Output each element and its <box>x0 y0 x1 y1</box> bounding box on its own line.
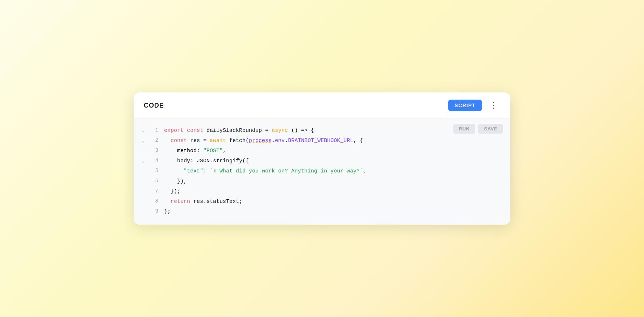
line-number-3: 3 <box>148 146 158 155</box>
code-editor[interactable]: ⌄ 1 export const dailySlackRoundup = asy… <box>134 126 510 217</box>
line-content-8: return res.statusText; <box>164 197 505 207</box>
chevron-icon-5 <box>139 167 147 168</box>
chevron-icon-7 <box>139 187 147 189</box>
code-panel: RUN SAVE ⌄ 1 export const dailySlackRoun… <box>134 119 510 225</box>
line-number-1: 1 <box>148 126 158 135</box>
code-line-9: 9 }; <box>134 207 510 217</box>
line-content-3: method: "POST", <box>164 146 505 156</box>
code-line-7: 7 }); <box>134 187 510 197</box>
line-content-2: const res = await fetch(process.env.BRAI… <box>164 136 505 146</box>
card-title: CODE <box>144 102 164 109</box>
chevron-icon-4: ⌄ <box>139 157 147 165</box>
code-toolbar: RUN SAVE <box>453 124 503 134</box>
more-options-button[interactable]: ⋮ <box>486 100 500 111</box>
code-line-8: 8 return res.statusText; <box>134 197 510 207</box>
chevron-icon-1: ⌄ <box>139 126 147 135</box>
more-dots-icon: ⋮ <box>489 101 497 109</box>
line-number-5: 5 <box>148 167 158 175</box>
line-content-7: }); <box>164 187 505 196</box>
code-line-6: 6 }), <box>134 177 510 187</box>
code-line-5: 5 "text": `✌️ What did you work on? Anyt… <box>134 167 510 177</box>
line-content-6: }), <box>164 177 505 186</box>
chevron-icon-2: ⌄ <box>139 136 147 145</box>
line-number-4: 4 <box>148 157 158 165</box>
card-header: CODE SCRIPT ⋮ <box>134 92 510 119</box>
line-number-7: 7 <box>148 187 158 196</box>
line-number-2: 2 <box>148 136 158 145</box>
line-content-4: body: JSON.stringify({ <box>164 157 505 166</box>
chevron-icon-8 <box>139 197 147 199</box>
line-content-9: }; <box>164 207 505 217</box>
save-button[interactable]: SAVE <box>478 124 503 134</box>
line-content-5: "text": `✌️ What did you work on? Anythi… <box>164 167 505 176</box>
code-card: CODE SCRIPT ⋮ RUN SAVE ⌄ 1 export const … <box>134 92 510 225</box>
code-line-4: ⌄ 4 body: JSON.stringify({ <box>134 157 510 167</box>
line-number-8: 8 <box>148 197 158 206</box>
line-number-9: 9 <box>148 207 158 216</box>
code-line-2: ⌄ 2 const res = await fetch(process.env.… <box>134 136 510 146</box>
header-actions: SCRIPT ⋮ <box>448 100 500 111</box>
script-button[interactable]: SCRIPT <box>448 100 482 111</box>
line-number-6: 6 <box>148 177 158 185</box>
chevron-icon-6 <box>139 177 147 179</box>
chevron-icon-3 <box>139 146 147 148</box>
code-line-3: 3 method: "POST", <box>134 146 510 157</box>
run-button[interactable]: RUN <box>453 124 476 134</box>
chevron-icon-9 <box>139 207 147 209</box>
